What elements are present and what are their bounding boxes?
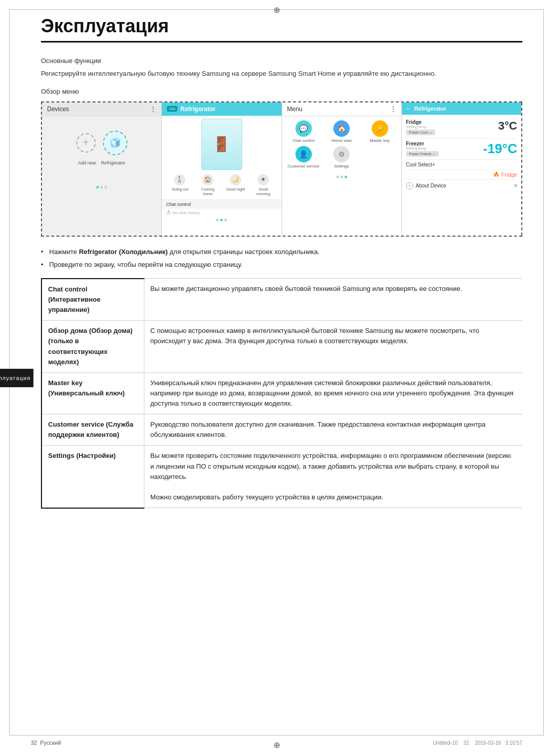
about-device-row[interactable]: i About Device > [406, 180, 517, 192]
compass-top-icon: ⊕ [273, 5, 280, 15]
home-icon: 🏠 [333, 120, 350, 137]
chat-control-bar: Chat control [162, 199, 281, 209]
mode-icons-row: 🚶 🏠 🌙 ☀ [166, 174, 277, 185]
customer-icon: 👤 [295, 146, 312, 162]
screen-fridge-settings: ← Refrigerator Fridge Setting temp. Powe… [402, 102, 522, 236]
back-arrow-icon[interactable]: ← [406, 105, 412, 112]
screen2-title: Refrigerator [180, 106, 216, 113]
footer-right: Untitled-10 32 2016-03-16 3:10:57 [433, 740, 522, 746]
table-row: Customer service (Служба поддержки клиен… [41, 414, 522, 446]
term-master-key: Master key(Универсальный ключ) [41, 372, 144, 414]
dot [100, 186, 103, 188]
footer-time: 3:10:57 [505, 740, 522, 746]
going-out-label: Going out [169, 187, 190, 196]
screen4-header: ← Refrigerator [402, 102, 521, 115]
screen-refrigerator: ON Refrigerator 🚪 🚶 🏠 🌙 ☀ Going out Comi… [162, 102, 282, 236]
screen1-menu-dots: ⋮ [150, 106, 156, 113]
screen1-body: + 🧊 Add new. Refrigerator [42, 116, 161, 195]
bullet-2: Проведите по экрану, чтобы перейти на сл… [41, 260, 522, 270]
screenshots-row: Devices ⋮ + 🧊 Add new. Refrigerator [41, 101, 522, 237]
footer-date: 2016-03-16 [475, 740, 501, 746]
table-row: Chat control(Интерактивное управление) В… [41, 279, 522, 321]
dot [216, 219, 219, 221]
fridge-label: Fridge [406, 119, 435, 125]
screen1-title: Devices [47, 106, 69, 113]
term-settings: Settings (Настройки) [41, 446, 144, 508]
freezer-temp-row: Freezer Setting temp. Power Freeze — -19… [406, 138, 517, 160]
dot [341, 176, 343, 178]
dot [336, 176, 339, 178]
menu-item-settings[interactable]: ⚙ Settings [324, 146, 359, 169]
term-chat-control: Chat control(Интерактивное управление) [41, 279, 144, 321]
section1-desc: Регистрируйте интеллектуальную бытовую т… [41, 69, 522, 79]
screen2-header: ON Refrigerator [162, 102, 281, 116]
bullets: Нажмите Refrigerator (Холодильник) для о… [41, 247, 522, 270]
add-new-label: Add new. [78, 160, 97, 165]
screen-menu: Menu ⋮ 💬 Chat control 🏠 Home view 🔑 Mast… [282, 102, 402, 236]
footer-page: 32 Русский [31, 740, 61, 746]
fridge-temp-row: Fridge Setting temp. Power Cool — 3°C [406, 117, 517, 138]
screen4-body: Fridge Setting temp. Power Cool — 3°C Fr… [402, 115, 521, 194]
footer-page-short: 32 [463, 740, 469, 746]
refrigerator-icon[interactable]: 🧊 [103, 131, 127, 155]
info-icon: i [406, 182, 413, 190]
footer-lang: Русский [40, 740, 61, 746]
power-cool-btn[interactable]: Power Cool — [406, 130, 435, 135]
about-device-label: About Device [416, 183, 446, 188]
screen4-title: Refrigerator [414, 106, 446, 112]
freezer-label: Freezer [406, 141, 439, 146]
screen3-title: Menu [287, 106, 303, 113]
feature-table: Chat control(Интерактивное управление) В… [41, 278, 522, 509]
dot-active [96, 186, 99, 188]
menu-item-home[interactable]: 🏠 Home view [324, 120, 359, 143]
mode-labels-row: Going out Coming home Good night Good mo… [166, 187, 277, 196]
chat-icon: 💬 [295, 120, 312, 137]
desc-chat-control: Вы можете дистанционно управлять своей б… [144, 279, 522, 321]
on-badge: ON [167, 106, 177, 112]
table-row: Master key(Универсальный ключ) Универсал… [41, 372, 522, 414]
table-row: Settings (Настройки) Вы можете проверить… [41, 446, 522, 508]
menu-icons-grid: 💬 Chat control 🏠 Home view 🔑 Master key … [282, 116, 401, 173]
master-key-label: Master key [370, 138, 390, 143]
term-home-view: Обзор дома (Обзор дома)(только в соответ… [41, 321, 144, 373]
cool-select-label[interactable]: Cool Select+ [406, 160, 517, 170]
home-label: Home view [331, 138, 352, 143]
fridge-temp-value: 3°C [498, 119, 517, 133]
settings-label: Settings [334, 164, 349, 169]
fridge-icon-row: 🔥 Fridge [406, 170, 517, 180]
menu-item-master-key[interactable]: 🔑 Master key [362, 120, 397, 143]
screen3-menu-dots: ⋮ [390, 106, 396, 113]
chat-control-label: Chat control [166, 202, 191, 207]
bullet-1: Нажмите Refrigerator (Холодильник) для о… [41, 247, 522, 257]
customer-label: Customer service [288, 164, 320, 169]
good-morning-icon[interactable]: ☀ [258, 174, 269, 185]
footer-file: Untitled-10 [433, 740, 457, 746]
dot-active [345, 176, 347, 178]
dot [224, 219, 227, 221]
table-row: Обзор дома (Обзор дома)(только в соответ… [41, 321, 522, 373]
add-new-icon[interactable]: + [76, 133, 96, 153]
screen1-labels: Add new. Refrigerator [78, 160, 125, 165]
settings-icon: ⚙ [333, 146, 350, 162]
freezer-sublabel: Setting temp. [406, 146, 439, 150]
coming-home-label: Coming home [198, 187, 218, 196]
refrigerator-label: Refrigerator [101, 160, 125, 165]
desc-customer-service: Руководство пользователя доступно для ск… [144, 414, 522, 446]
term-customer-service: Customer service (Служба поддержки клиен… [41, 414, 144, 446]
good-night-icon[interactable]: 🌙 [230, 174, 241, 185]
dot [104, 186, 107, 188]
coming-home-icon[interactable]: 🏠 [202, 174, 214, 185]
desc-home-view: С помощью встроенных камер в интеллектуа… [144, 321, 522, 373]
going-out-icon[interactable]: 🚶 [174, 174, 185, 185]
desc-master-key: Универсальный ключ предназначен для упра… [144, 372, 522, 414]
power-freeze-btn[interactable]: Power Freeze — [406, 151, 439, 157]
footer: 32 Русский Untitled-10 32 2016-03-16 3:1… [31, 740, 522, 746]
no-chat-history: 📩 No chat history. [162, 209, 281, 217]
menu-item-customer[interactable]: 👤 Customer service [286, 146, 321, 169]
menu-item-chat[interactable]: 💬 Chat control [286, 120, 321, 143]
fridge-flame-icon: 🔥 [493, 172, 499, 177]
screen-devices: Devices ⋮ + 🧊 Add new. Refrigerator [42, 102, 162, 236]
fridge-sublabel: Setting temp. [406, 125, 435, 129]
chat-label: Chat control [292, 138, 314, 143]
chevron-right-icon: > [514, 183, 517, 188]
